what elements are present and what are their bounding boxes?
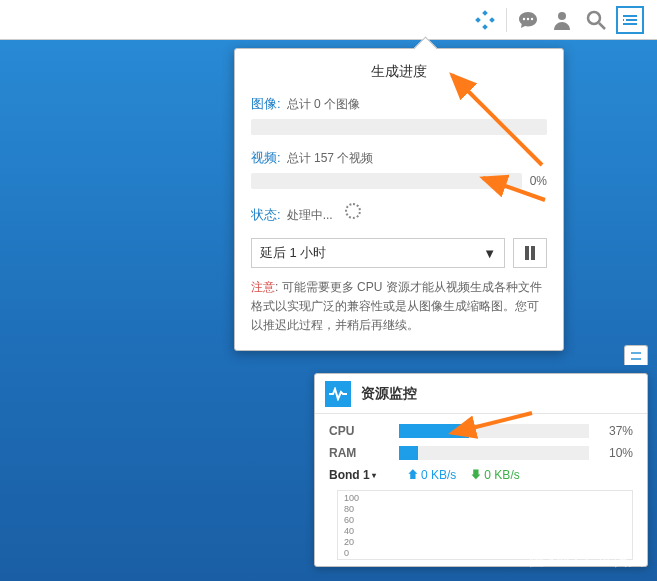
video-progress-bar	[251, 173, 522, 189]
network-interface-select[interactable]: Bond 1▾	[329, 468, 389, 482]
image-section: 图像 总计 0 个图像	[251, 95, 547, 135]
svg-rect-3	[489, 17, 495, 23]
cpu-bar-fill	[399, 424, 469, 438]
ram-bar-fill	[399, 446, 418, 460]
svg-rect-0	[482, 10, 488, 16]
search-icon[interactable]	[579, 3, 613, 37]
divider	[506, 8, 507, 32]
spinner-icon	[345, 203, 361, 219]
image-summary: 总计 0 个图像	[287, 96, 360, 113]
status-label-link[interactable]: 状态	[251, 206, 281, 224]
svg-line-9	[599, 23, 605, 29]
download-speed: 🡇0 KB/s	[470, 468, 519, 482]
indexing-icon[interactable]	[468, 3, 502, 37]
resource-monitor-widget: 资源监控 CPU 37% RAM 10% Bond 1▾ 🡅0 KB/s 🡇0 …	[314, 373, 648, 567]
svg-point-7	[558, 12, 566, 20]
ram-bar	[399, 446, 589, 460]
cpu-row: CPU 37%	[329, 424, 633, 438]
svg-rect-1	[482, 24, 488, 30]
svg-rect-2	[475, 17, 481, 23]
svg-point-5	[527, 17, 529, 19]
note-text: 注意: 可能需要更多 CPU 资源才能从视频生成各种文件格式以实现广泛的兼容性或…	[251, 278, 547, 336]
svg-rect-15	[531, 246, 535, 260]
delay-select-value: 延后 1 小时	[260, 244, 326, 262]
ram-row: RAM 10%	[329, 446, 633, 460]
status-value: 处理中...	[287, 207, 333, 224]
chevron-down-icon: ▼	[483, 246, 496, 261]
arrow-up-icon: 🡅	[407, 468, 419, 482]
user-icon[interactable]	[545, 3, 579, 37]
cpu-bar	[399, 424, 589, 438]
delay-select[interactable]: 延后 1 小时 ▼	[251, 238, 505, 268]
image-progress-bar	[251, 119, 547, 135]
cpu-value: 37%	[599, 424, 633, 438]
network-row: Bond 1▾ 🡅0 KB/s 🡇0 KB/s	[329, 468, 633, 482]
generation-progress-popup: 生成进度 图像 总计 0 个图像 视频 总计 157 个视频 0% 状态 处理中…	[234, 48, 564, 351]
popup-title: 生成进度	[251, 63, 547, 81]
ram-label: RAM	[329, 446, 389, 460]
svg-point-6	[531, 17, 533, 19]
upload-speed: 🡅0 KB/s	[407, 468, 456, 482]
top-bar	[0, 0, 657, 40]
video-label-link[interactable]: 视频	[251, 149, 281, 167]
status-section: 状态 处理中...	[251, 203, 547, 224]
widgets-icon[interactable]	[613, 3, 647, 37]
resource-monitor-title: 资源监控	[361, 385, 417, 403]
pause-button[interactable]	[513, 238, 547, 268]
video-summary: 总计 157 个视频	[287, 150, 374, 167]
chat-icon[interactable]	[511, 3, 545, 37]
video-progress-text: 0%	[530, 174, 547, 188]
svg-point-4	[523, 17, 525, 19]
arrow-down-icon: 🡇	[470, 468, 482, 482]
video-section: 视频 总计 157 个视频 0%	[251, 149, 547, 189]
resource-monitor-header[interactable]: 资源监控	[315, 374, 647, 414]
ram-value: 10%	[599, 446, 633, 460]
chart-y-axis: 100 80 60 40 20 0	[344, 493, 359, 559]
image-label-link[interactable]: 图像	[251, 95, 281, 113]
watermark: 值SMYZ.N识买	[528, 550, 645, 571]
cpu-label: CPU	[329, 424, 389, 438]
widget-minimize-handle[interactable]	[624, 345, 648, 365]
svg-rect-14	[525, 246, 529, 260]
note-label: 注意	[251, 280, 275, 294]
monitor-icon	[325, 381, 351, 407]
svg-point-8	[588, 12, 600, 24]
